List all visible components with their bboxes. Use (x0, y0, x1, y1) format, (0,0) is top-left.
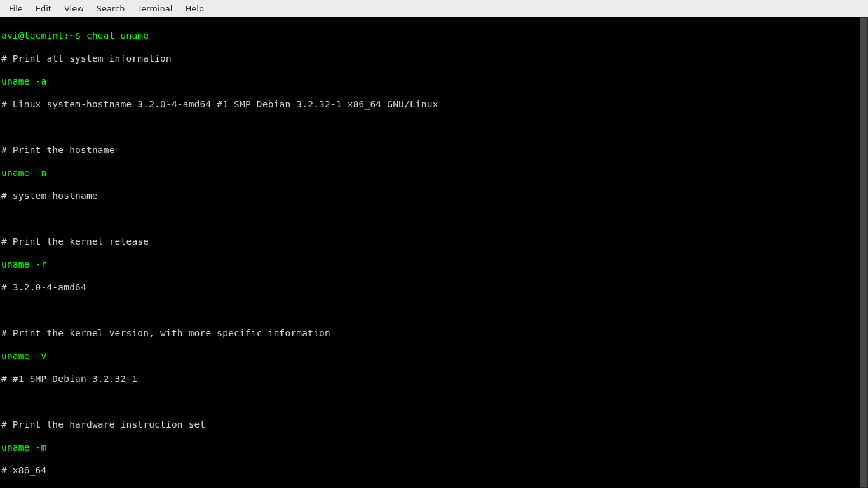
terminal-line (1, 213, 858, 224)
terminal-line: # #1 SMP Debian 3.2.32-1 (1, 373, 858, 384)
scrollbar[interactable] (860, 17, 868, 488)
terminal-line: # Linux system-hostname 3.2.0-4-amd64 #1… (1, 98, 858, 110)
terminal-line: # Print the kernel release (1, 236, 858, 247)
menu-view[interactable]: View (58, 1, 90, 16)
prompt: avi@tecmint:~$ (1, 30, 86, 41)
terminal-line: # Print the hardware instruction set (1, 419, 858, 430)
menubar: File Edit View Search Terminal Help (0, 0, 868, 17)
terminal-line: uname -v (1, 350, 858, 362)
terminal-area[interactable]: avi@tecmint:~$ cheat uname # Print all s… (0, 17, 860, 488)
terminal-line (1, 304, 858, 316)
menu-terminal[interactable]: Terminal (131, 1, 179, 16)
menu-edit[interactable]: Edit (29, 1, 58, 16)
terminal-line (1, 121, 858, 133)
terminal-line: # Print all system information (1, 53, 858, 64)
terminal-line: uname -a (1, 76, 858, 87)
terminal-line: # Print the kernel version, with more sp… (1, 327, 858, 339)
terminal-line: uname -m (1, 442, 858, 453)
terminal-line: # 3.2.0-4-amd64 (1, 281, 858, 293)
command: cheat uname (86, 30, 149, 41)
terminal-line: uname -r (1, 259, 858, 270)
terminal-line: # x86_64 (1, 464, 858, 476)
menu-help[interactable]: Help (179, 1, 210, 16)
terminal-line: # Print the hostname (1, 144, 858, 156)
terminal-line: # system-hostname (1, 190, 858, 201)
menu-search[interactable]: Search (90, 1, 132, 16)
scrollbar-thumb[interactable] (860, 18, 867, 487)
terminal-line: avi@tecmint:~$ cheat uname (1, 30, 858, 41)
terminal-line (1, 396, 858, 407)
menu-file[interactable]: File (3, 1, 29, 16)
terminal-line: uname -n (1, 167, 858, 179)
